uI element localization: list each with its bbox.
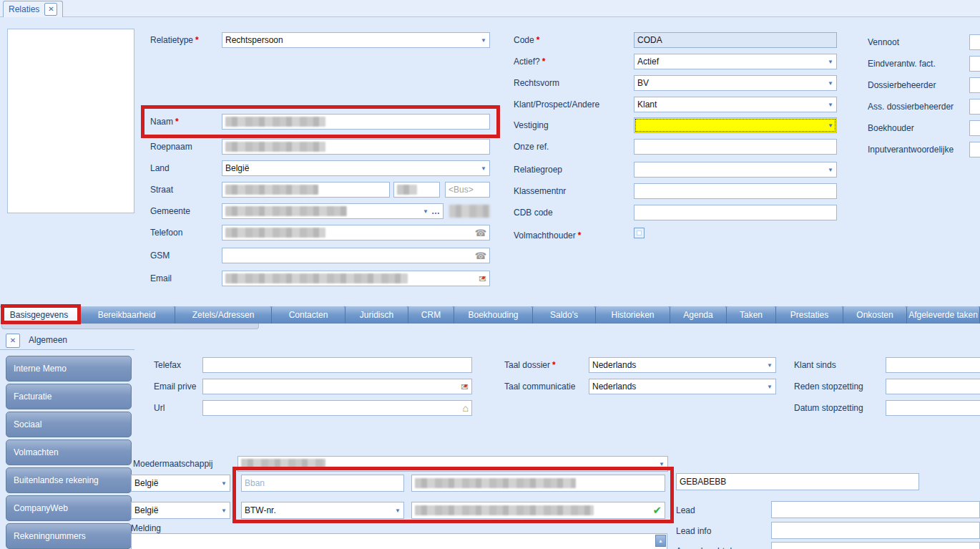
relation-photo-placeholder[interactable] <box>7 29 134 213</box>
tab-boekhouding[interactable]: Boekhouding <box>454 306 533 324</box>
chevron-down-icon[interactable]: ▼ <box>828 167 833 173</box>
naam-field[interactable] <box>222 114 490 130</box>
tab-historieken[interactable]: Historieken <box>596 306 670 324</box>
sidebar-item-volmachten[interactable]: Volmachten <box>6 439 132 465</box>
sidebar-item-sociaal[interactable]: Sociaal <box>6 412 132 437</box>
inputverantwoordelijke-field[interactable] <box>969 142 980 157</box>
send-email-icon[interactable]: ✉ <box>479 274 486 283</box>
redacted-value <box>225 273 408 283</box>
vestiging-field[interactable]: ▼ <box>634 117 837 133</box>
tab-contacten[interactable]: Contacten <box>272 306 346 324</box>
chevron-down-icon[interactable]: ▼ <box>221 480 227 487</box>
bic-field[interactable]: GEBABEBB <box>676 473 919 490</box>
chevron-down-icon[interactable]: ▼ <box>767 362 773 369</box>
klassementnr-field[interactable] <box>634 183 837 199</box>
chevron-down-icon[interactable]: ▼ <box>395 507 401 514</box>
reden-stopzetting-field[interactable] <box>886 379 980 394</box>
field-label-vestiging: Vestiging <box>514 120 549 130</box>
land-field[interactable]: België▼ <box>222 160 490 176</box>
klant-prospect-andere-field[interactable]: Klant▼ <box>634 97 837 112</box>
ass-dossierbeheerder-field[interactable] <box>969 99 980 115</box>
tab-juridisch[interactable]: Juridisch <box>346 306 408 324</box>
tab-bereikbaarheid[interactable]: Bereikbaarheid <box>79 306 175 324</box>
telefoon-field[interactable]: ☎ <box>222 225 490 241</box>
relatiegroep-field[interactable]: ▼ <box>634 162 837 178</box>
tab-basisgegevens[interactable]: Basisgegevens <box>0 306 79 324</box>
required-marker: * <box>578 230 582 241</box>
close-icon[interactable]: ✕ <box>44 3 57 16</box>
moedermaatschappij-field[interactable]: ▼ <box>237 456 668 472</box>
tab-prestaties[interactable]: Prestaties <box>776 306 843 324</box>
window-tab-relaties[interactable]: Relaties ✕ <box>3 1 63 17</box>
home-icon[interactable]: ⌂ <box>463 402 469 414</box>
sidebar-item-interne-memo[interactable]: Interne Memo <box>6 356 132 382</box>
code-field[interactable]: CODA <box>634 32 837 48</box>
rechtsvorm-field[interactable]: BV▼ <box>634 75 837 91</box>
lead-info-field[interactable] <box>771 522 980 539</box>
straat-bus-field[interactable]: <Bus> <box>445 182 490 198</box>
ellipsis-icon[interactable]: … <box>431 206 440 216</box>
chevron-down-icon[interactable]: ▼ <box>828 80 833 87</box>
redacted-value <box>397 185 417 195</box>
chevron-down-icon[interactable]: ▼ <box>659 461 665 467</box>
chevron-down-icon[interactable]: ▼ <box>423 208 428 215</box>
melding-textarea[interactable] <box>131 533 667 549</box>
volmachthouder-checkbox[interactable] <box>634 228 645 238</box>
straat-field[interactable] <box>222 182 390 198</box>
sidebar-item-companyweb[interactable]: CompanyWeb <box>6 495 132 521</box>
taal-dossier-field[interactable]: Nederlands▼ <box>589 357 776 373</box>
email-prive-field[interactable]: ✉ <box>202 379 472 394</box>
chevron-down-icon[interactable]: ▼ <box>767 384 773 390</box>
tab-onkosten[interactable]: Onkosten <box>843 306 907 324</box>
tab-saldo-s[interactable]: Saldo's <box>533 306 596 324</box>
gsm-field[interactable]: ☎ <box>222 248 490 263</box>
straat-bus-placeholder: <Bus> <box>449 185 474 195</box>
send-email-icon[interactable]: ✉ <box>461 382 469 392</box>
url-field[interactable]: ⌂ <box>202 400 472 416</box>
datum-stopzetting-field[interactable] <box>886 400 980 416</box>
redacted-value <box>225 206 347 216</box>
cdb-code-field[interactable] <box>634 205 837 220</box>
bank-land-1-field[interactable]: België▼ <box>131 475 230 492</box>
gemeente-field[interactable]: ▼… <box>222 203 444 219</box>
chevron-down-icon[interactable]: ▼ <box>828 59 833 65</box>
roepnaam-field[interactable] <box>222 139 490 155</box>
sidebar-header-algemeen[interactable]: ✕Algemeen <box>0 331 134 350</box>
sidebar-item-facturatie[interactable]: Facturatie <box>6 384 132 409</box>
chevron-down-icon[interactable]: ▼ <box>828 102 833 108</box>
aangebracht-door-field[interactable] <box>771 542 980 549</box>
chevron-down-icon[interactable]: ▼ <box>828 122 833 129</box>
boekhouder-field[interactable] <box>969 120 980 136</box>
scroll-up-icon[interactable]: ▲ <box>655 535 666 547</box>
relatietype-field[interactable]: Rechtspersoon▼ <box>222 32 490 48</box>
required-marker: * <box>552 360 556 370</box>
tab-crm[interactable]: CRM <box>408 306 454 324</box>
vennoot-field[interactable] <box>969 34 980 50</box>
bank-land-2-field[interactable]: België▼ <box>131 502 230 519</box>
chevron-down-icon[interactable]: ▼ <box>481 165 486 172</box>
onze-ref-field[interactable] <box>634 139 837 155</box>
close-panel-icon[interactable]: ✕ <box>6 334 20 348</box>
dossierbeheerder-field[interactable] <box>969 77 980 93</box>
telefax-field[interactable] <box>202 357 472 373</box>
email-field[interactable]: ✉ <box>222 271 490 286</box>
bank-land-1-value: België <box>134 478 158 488</box>
chevron-down-icon[interactable]: ▼ <box>481 37 486 44</box>
straat-nummer-field[interactable] <box>393 182 440 198</box>
tab-taken[interactable]: Taken <box>727 306 776 324</box>
chevron-down-icon[interactable]: ▼ <box>221 507 227 514</box>
bban-field[interactable]: Bban <box>241 475 404 492</box>
lead-field[interactable] <box>771 501 980 518</box>
btw-nummer-field[interactable]: ✔ <box>411 502 665 519</box>
iban-field[interactable] <box>411 475 665 492</box>
actief-field[interactable]: Actief▼ <box>634 54 837 69</box>
tab-afgeleverde-taken[interactable]: Afgeleverde taken <box>907 306 980 324</box>
eindverantw-fact-field[interactable] <box>969 56 980 72</box>
tab-zetels-adressen[interactable]: Zetels/Adressen <box>175 306 272 324</box>
taal-communicatie-field[interactable]: Nederlands▼ <box>589 379 776 394</box>
klant-sinds-field[interactable] <box>886 357 980 373</box>
sidebar-item-buitenlandse-rekening[interactable]: Buitenlandse rekening <box>6 467 132 493</box>
sidebar-item-rekeningnummers[interactable]: Rekeningnummers <box>6 523 132 549</box>
btw-type-field[interactable]: BTW-nr.▼ <box>241 502 404 519</box>
tab-agenda[interactable]: Agenda <box>670 306 727 324</box>
